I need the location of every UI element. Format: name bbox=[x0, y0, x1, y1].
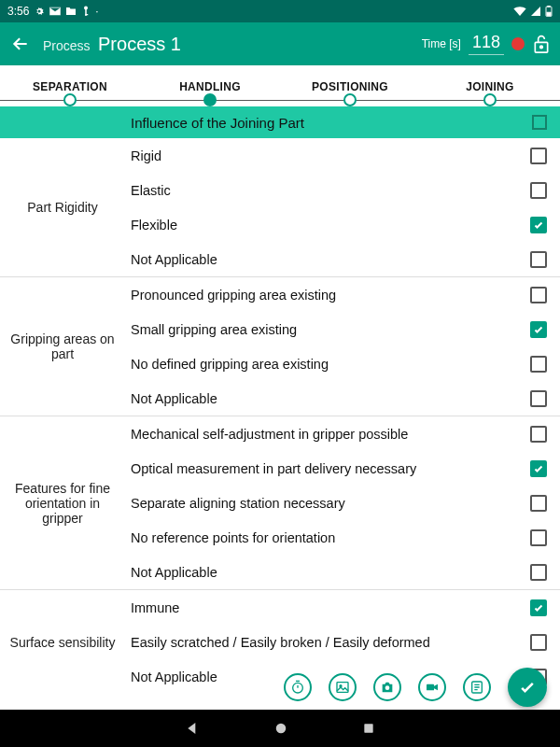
title-name: Process 1 bbox=[98, 34, 181, 54]
group-label: Gripping areas on part bbox=[0, 277, 125, 416]
checkbox[interactable] bbox=[530, 634, 547, 651]
list-item[interactable]: Elastic bbox=[125, 173, 560, 207]
list-item[interactable]: Rigid bbox=[125, 138, 560, 173]
android-status-bar: 3:56 · bbox=[0, 0, 560, 22]
checkbox[interactable] bbox=[530, 390, 547, 407]
list-item[interactable]: Flexible bbox=[125, 207, 560, 242]
step-separation[interactable]: SEPARATION bbox=[0, 80, 140, 93]
list-item[interactable]: Optical measurement in part delivery nec… bbox=[125, 451, 560, 486]
mail-icon bbox=[49, 7, 61, 16]
item-label: Elastic bbox=[131, 183, 530, 198]
step-joining[interactable]: JOINING bbox=[420, 80, 560, 93]
checkbox[interactable] bbox=[530, 599, 547, 616]
nav-back-icon[interactable] bbox=[185, 721, 200, 736]
section-checkbox[interactable] bbox=[532, 115, 547, 130]
battery-icon bbox=[545, 6, 553, 17]
item-label: Not Applicable bbox=[131, 252, 530, 267]
item-label: No defined gripping area existing bbox=[131, 357, 530, 372]
list-item[interactable]: Pronounced gripping area existing bbox=[125, 277, 560, 312]
page-title: Process Process 1 bbox=[43, 34, 181, 55]
checklist-content: Part RigidityRigidElasticFlexibleNot App… bbox=[0, 138, 560, 710]
group-label: Surface sensibility bbox=[0, 590, 125, 694]
checkbox[interactable] bbox=[530, 321, 547, 338]
note-button[interactable] bbox=[463, 673, 491, 701]
time-value[interactable]: 118 bbox=[469, 33, 504, 55]
group-label: Part Rigidity bbox=[0, 138, 125, 276]
section-header[interactable]: Influence of the Joining Part bbox=[0, 106, 560, 138]
camera-button[interactable] bbox=[373, 673, 401, 701]
item-label: Not Applicable bbox=[131, 391, 530, 406]
stepper-line bbox=[0, 93, 560, 106]
step-dot-2[interactable] bbox=[343, 93, 357, 106]
stepper: SEPARATION HANDLING POSITIONING JOINING bbox=[0, 65, 560, 93]
dot-icon: · bbox=[95, 5, 98, 18]
checkbox[interactable] bbox=[530, 495, 547, 512]
list-item[interactable]: Not Applicable bbox=[125, 242, 560, 276]
svg-point-7 bbox=[540, 46, 543, 49]
step-handling[interactable]: HANDLING bbox=[140, 80, 280, 93]
image-button[interactable] bbox=[329, 673, 357, 701]
list-item[interactable]: Small gripping area existing bbox=[125, 312, 560, 346]
nav-recent-icon[interactable] bbox=[362, 722, 375, 735]
checkbox[interactable] bbox=[530, 564, 547, 581]
item-label: Rigid bbox=[131, 148, 530, 163]
list-item[interactable]: No defined gripping area existing bbox=[125, 346, 560, 381]
svg-rect-4 bbox=[548, 6, 550, 7]
step-positioning[interactable]: POSITIONING bbox=[280, 80, 420, 93]
checkbox[interactable] bbox=[530, 356, 547, 373]
checkbox[interactable] bbox=[530, 460, 547, 477]
signal-icon bbox=[531, 7, 540, 16]
wifi-icon bbox=[513, 7, 526, 16]
android-nav-bar bbox=[0, 710, 560, 747]
checkbox[interactable] bbox=[530, 287, 547, 303]
checkbox[interactable] bbox=[530, 182, 547, 199]
nav-home-icon[interactable] bbox=[274, 722, 287, 735]
section-title: Influence of the Joining Part bbox=[131, 115, 304, 131]
folder-icon bbox=[65, 7, 77, 16]
item-label: No reference points for orientation bbox=[131, 530, 530, 545]
item-label: Separate aligning station necessary bbox=[131, 496, 530, 511]
timer-button[interactable] bbox=[284, 673, 312, 701]
list-item[interactable]: Separate aligning station necessary bbox=[125, 486, 560, 520]
svg-rect-9 bbox=[337, 683, 348, 693]
item-label: Flexible bbox=[131, 218, 530, 233]
lock-icon[interactable] bbox=[532, 34, 551, 54]
svg-point-11 bbox=[385, 685, 390, 690]
svg-rect-2 bbox=[86, 14, 89, 15]
list-item[interactable]: Immune bbox=[125, 590, 560, 625]
item-label: Mechanical self-adjustment in gripper po… bbox=[131, 427, 530, 442]
confirm-fab[interactable] bbox=[508, 668, 547, 707]
checkbox[interactable] bbox=[530, 426, 547, 443]
step-dot-1[interactable] bbox=[203, 93, 217, 106]
group-2: Features for fine orientation in gripper… bbox=[0, 416, 560, 590]
app-bar: Process Process 1 Time [s] 118 bbox=[0, 22, 560, 65]
svg-rect-12 bbox=[427, 684, 434, 691]
checkbox[interactable] bbox=[530, 251, 547, 268]
svg-point-14 bbox=[276, 724, 287, 734]
list-item[interactable]: Mechanical self-adjustment in gripper po… bbox=[125, 416, 560, 451]
item-label: Not Applicable bbox=[131, 565, 530, 580]
list-item[interactable]: Easily scratched / Easily broken / Easil… bbox=[125, 625, 560, 659]
checkbox[interactable] bbox=[530, 529, 547, 546]
svg-rect-5 bbox=[547, 12, 551, 15]
svg-point-0 bbox=[84, 7, 88, 10]
checkbox[interactable] bbox=[530, 148, 547, 164]
status-time: 3:56 bbox=[7, 5, 29, 18]
back-button[interactable] bbox=[9, 33, 32, 55]
gear-icon bbox=[34, 6, 45, 17]
item-label: Optical measurement in part delivery nec… bbox=[131, 461, 530, 476]
record-indicator-icon[interactable] bbox=[511, 37, 525, 50]
step-dot-3[interactable] bbox=[483, 93, 497, 106]
svg-rect-15 bbox=[364, 724, 372, 732]
list-item[interactable]: Not Applicable bbox=[125, 555, 560, 589]
video-button[interactable] bbox=[418, 673, 446, 701]
group-1: Gripping areas on partPronounced grippin… bbox=[0, 277, 560, 416]
list-item[interactable]: No reference points for orientation bbox=[125, 520, 560, 555]
group-label: Features for fine orientation in gripper bbox=[0, 416, 125, 589]
checkbox[interactable] bbox=[530, 217, 547, 233]
item-label: Immune bbox=[131, 600, 530, 615]
step-dot-0[interactable] bbox=[63, 93, 77, 106]
time-label: Time [s] bbox=[422, 37, 461, 50]
list-item[interactable]: Not Applicable bbox=[125, 381, 560, 416]
title-label: Process bbox=[43, 38, 91, 53]
